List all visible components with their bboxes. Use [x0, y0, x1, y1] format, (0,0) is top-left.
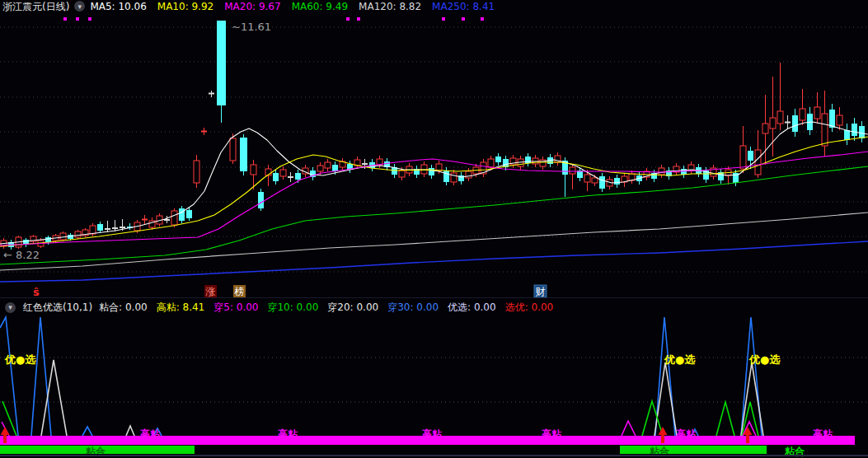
gaonian-label: 高粘: [140, 428, 161, 440]
signal-dot: [442, 17, 445, 21]
indicator-field: 穿30: 0.00: [387, 301, 439, 313]
indicator-spike: [742, 402, 758, 436]
candle: [443, 167, 449, 185]
candlestick-chart[interactable]: ~11.61← 8.22ŝ涨榜财: [0, 12, 868, 298]
candle: [614, 175, 620, 188]
candle: [240, 134, 247, 175]
candle: [142, 215, 148, 225]
badge-text: 榜: [234, 286, 245, 297]
candle: [495, 153, 501, 166]
indicator-spike: [31, 317, 51, 436]
candle: [807, 107, 813, 135]
ma-values: MA5: 10.06MA10: 9.92MA20: 9.67MA60: 9.49…: [90, 1, 505, 12]
signal-dot: [88, 17, 91, 21]
candle: [481, 159, 486, 177]
candle: [171, 208, 177, 227]
indicator-spike: [82, 427, 92, 436]
candle: [90, 223, 96, 236]
gaonian-label: 高粘: [422, 428, 443, 440]
gaonian-label: 高粘: [813, 428, 833, 440]
indicator-field: 高粘: 8.41: [157, 301, 205, 313]
ma-value: MA250: 8.41: [432, 1, 495, 12]
ma-value: MA60: 9.49: [292, 1, 348, 12]
price-tag-low: ← 8.22: [3, 249, 40, 261]
ma-value: MA20: 9.67: [224, 1, 280, 12]
candle: [340, 158, 345, 171]
signal-marker: ŝ: [33, 286, 40, 298]
candle: [23, 238, 29, 247]
candle: [688, 161, 694, 174]
ma-line-ma20: [0, 152, 868, 245]
info-badge: 榜: [233, 285, 246, 297]
indicator-spike: [642, 401, 663, 436]
candle: [837, 107, 842, 130]
candle: [629, 171, 635, 184]
indicator-title[interactable]: 红色优选(10,1): [23, 301, 92, 313]
candle: [792, 109, 798, 137]
candle: [711, 165, 716, 180]
candle: [273, 170, 279, 185]
candle: [384, 158, 390, 171]
candle: [570, 164, 575, 189]
candle: [325, 159, 331, 171]
chevron-down-icon[interactable]: ▾: [74, 1, 85, 12]
candle: [414, 166, 420, 178]
indicator-spike: [716, 402, 734, 436]
candle: [503, 156, 509, 171]
youxuan-label: 优●选: [748, 353, 781, 366]
indicator-titlebar: ▾ 红色优选(10,1) 粘合: 0.00高粘: 8.41穿5: 0.00穿10…: [0, 299, 868, 315]
indicator-subchart[interactable]: 高粘高粘高粘高粘高粘高粘优●选优●选优●选粘合粘合粘合: [0, 315, 868, 458]
candle: [673, 163, 679, 175]
candle: [777, 63, 783, 130]
indicator-field: 穿10: 0.00: [267, 301, 318, 313]
candle: [584, 170, 590, 191]
candle: [75, 230, 81, 239]
candle: [112, 220, 118, 231]
signal-dot: [357, 17, 360, 21]
candle: [525, 153, 531, 166]
chevron-down-icon[interactable]: ▾: [5, 302, 16, 313]
indicator-field: 优选: 0.00: [448, 301, 496, 313]
candle: [718, 169, 724, 184]
youxuan-label: 优●选: [4, 353, 36, 366]
candle: [800, 89, 805, 125]
candle: [762, 95, 768, 165]
nianhe-band: [620, 446, 767, 454]
trading-terminal: 浙江震元(日线) ▾ MA5: 10.06MA10: 9.92MA20: 9.6…: [0, 0, 868, 458]
candle: [466, 168, 472, 181]
ma-line-ma250: [0, 241, 868, 282]
info-badge: 涨: [204, 285, 217, 297]
indicator-field: 穿20: 0.00: [327, 301, 378, 313]
signal-dot: [346, 17, 350, 21]
indicator-field: 选优: 0.00: [505, 301, 554, 313]
price-tag-high: ~11.61: [232, 21, 271, 33]
candle: [859, 121, 865, 143]
stock-title: 浙江震元(日线): [2, 1, 69, 12]
candle: [179, 206, 185, 223]
candle: [599, 173, 605, 192]
candle: [288, 172, 293, 182]
ma-value: MA120: 8.82: [359, 1, 421, 12]
candle: [201, 128, 207, 135]
candle: [844, 124, 850, 145]
indicator-values: 粘合: 0.00高粘: 8.41穿5: 0.00穿10: 0.00穿20: 0.…: [99, 301, 562, 313]
badge-text: 涨: [205, 286, 216, 297]
gaonian-label: 高粘: [542, 428, 562, 440]
candle: [510, 155, 516, 168]
candle: [280, 166, 286, 180]
indicator-spike: [622, 421, 636, 436]
ma-value: MA5: 10.06: [90, 1, 146, 12]
candle: [785, 115, 791, 129]
signal-dot: [462, 17, 465, 21]
info-badge: 财: [534, 285, 547, 297]
candle: [666, 167, 672, 180]
candle: [30, 235, 36, 244]
candle: [97, 222, 103, 233]
youxuan-label: 优●选: [664, 353, 696, 366]
candle: [852, 118, 857, 141]
signal-dot: [63, 17, 67, 21]
candle: [451, 170, 457, 185]
candle: [127, 223, 133, 230]
candle: [622, 173, 627, 187]
indicator-field: 粘合: 0.00: [99, 301, 148, 313]
